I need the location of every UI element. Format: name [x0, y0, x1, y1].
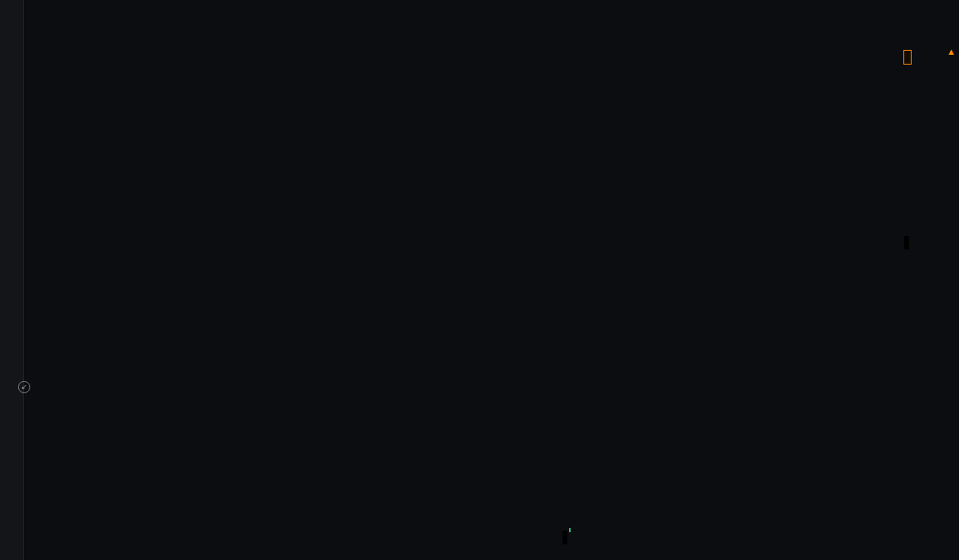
chart-canvas[interactable]: [0, 0, 959, 560]
price-up-arrow-icon: ▲: [947, 47, 956, 56]
indicator-toolbar: [0, 546, 959, 560]
current-price-badge: [903, 50, 912, 65]
sidebar: [0, 0, 24, 560]
macd-collapse-icon[interactable]: ↙: [18, 381, 30, 393]
crosshair-tick: [569, 528, 571, 532]
period-selector[interactable]: [20, 531, 26, 544]
crosshair-date-tooltip: [562, 531, 567, 544]
reference-price-badge: [904, 236, 909, 249]
chart-app: ↙ ▲: [0, 0, 959, 560]
